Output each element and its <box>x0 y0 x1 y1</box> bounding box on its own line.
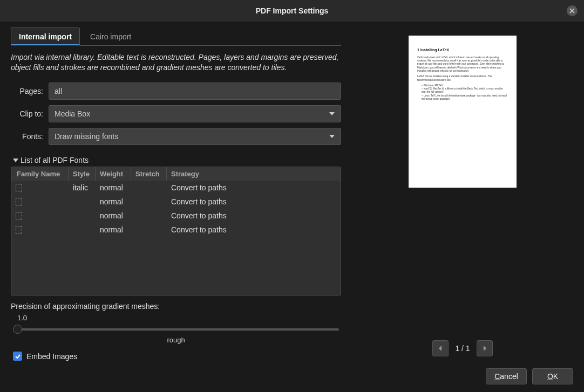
preview-paragraph: Zettlr works best with LaTeX, which is f… <box>417 56 508 73</box>
preview-list-item: Linux: TeX Live (install the texlive-bas… <box>422 94 508 101</box>
embed-images-label: Embed Images <box>26 352 77 361</box>
col-stretch[interactable]: Stretch <box>131 167 167 181</box>
close-button[interactable] <box>567 5 578 16</box>
clip-to-value: Media Box <box>55 109 90 118</box>
precision-value: 1.0 <box>17 314 341 322</box>
clip-to-label: Clip to: <box>11 109 43 118</box>
close-icon <box>569 8 575 13</box>
table-row[interactable]: normal Convert to paths <box>11 195 341 209</box>
font-icon <box>16 198 22 205</box>
tabs: Internal import Cairo import <box>11 27 341 46</box>
cancel-button[interactable]: Cancel <box>486 368 527 384</box>
table-row[interactable]: italic normal Convert to paths <box>11 181 341 195</box>
font-icon <box>16 226 22 233</box>
pages-label: Pages: <box>11 87 43 95</box>
fonts-list-label: List of all PDF Fonts <box>21 156 89 164</box>
col-weight[interactable]: Weight <box>96 167 131 181</box>
tab-cairo-import[interactable]: Cairo import <box>82 27 139 46</box>
fonts-list-toggle[interactable]: List of all PDF Fonts <box>13 156 341 164</box>
table-row[interactable]: normal Convert to paths <box>11 223 341 237</box>
ok-button[interactable]: OK <box>532 368 573 384</box>
prev-page-button[interactable] <box>432 340 449 356</box>
table-row[interactable]: normal Convert to paths <box>11 209 341 223</box>
font-icon <box>16 212 22 219</box>
checkbox-icon <box>13 352 22 361</box>
slider-tick-label: rough <box>11 336 341 344</box>
clip-to-select[interactable]: Media Box <box>49 105 341 122</box>
fonts-select[interactable]: Draw missing fonts <box>49 128 341 145</box>
precision-slider[interactable] <box>13 324 339 335</box>
col-style[interactable]: Style <box>69 167 96 181</box>
next-page-button[interactable] <box>477 340 493 356</box>
fonts-table[interactable]: Family Name Style Weight Stretch Strateg… <box>11 167 341 295</box>
col-strategy[interactable]: Strategy <box>167 167 341 181</box>
slider-track <box>13 328 339 331</box>
titlebar: PDF Import Settings <box>0 0 584 22</box>
chevron-down-icon <box>329 132 335 141</box>
pages-input-value: all <box>55 87 62 95</box>
chevron-right-icon <box>482 345 487 352</box>
chevron-left-icon <box>438 345 443 352</box>
preview-paragraph: LaTeX can be installed using a standard … <box>417 75 508 82</box>
dialog-title: PDF Import Settings <box>256 6 329 15</box>
preview-heading: 1 Installing LaTeX <box>417 47 508 53</box>
triangle-down-icon <box>13 156 18 164</box>
preview-list-item: macOS: MacTex (it suffices to install th… <box>422 87 508 94</box>
slider-thumb[interactable] <box>13 325 22 334</box>
embed-images-checkbox[interactable]: Embed Images <box>13 352 341 361</box>
fonts-table-header: Family Name Style Weight Stretch Strateg… <box>11 167 341 181</box>
preview-page: 1 Installing LaTeX Zettlr works best wit… <box>409 36 517 188</box>
font-icon <box>16 184 22 191</box>
tab-description: Import via internal library. Editable te… <box>11 52 341 73</box>
col-family[interactable]: Family Name <box>11 167 69 181</box>
chevron-down-icon <box>329 109 335 118</box>
pager-text: 1 / 1 <box>455 344 470 353</box>
fonts-value: Draw missing fonts <box>55 132 118 141</box>
fonts-label: Fonts: <box>11 132 43 141</box>
pages-input[interactable]: all <box>49 82 341 100</box>
pager: 1 / 1 <box>432 340 492 356</box>
precision-label: Precision of approximating gradient mesh… <box>11 302 341 311</box>
tab-internal-import[interactable]: Internal import <box>11 27 80 46</box>
